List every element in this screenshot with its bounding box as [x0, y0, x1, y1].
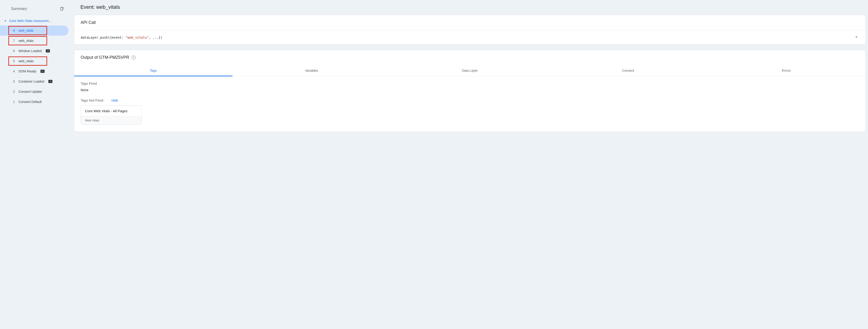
event-label: Consent Update: [19, 90, 42, 93]
event-label: Consent Default: [19, 100, 41, 104]
event-item[interactable]: 3Container Loaded‹›: [0, 76, 68, 86]
chevron-down-icon[interactable]: [854, 34, 859, 40]
tree-group-header[interactable]: ▼ Core Web Vitals measurem…: [0, 16, 69, 25]
tab-data-layer[interactable]: Data Layer: [391, 65, 549, 76]
tags-fired-value: None: [81, 88, 859, 92]
event-item[interactable]: 4DOM Ready‹›: [0, 66, 68, 76]
clear-all-icon[interactable]: [60, 6, 64, 11]
sidebar-title: Summary: [11, 7, 27, 11]
api-call-card: API Call dataLayer.push({event: "web_vit…: [74, 15, 866, 45]
event-number: 5: [11, 59, 15, 63]
group-title: Core Web Vitals measurem…: [9, 19, 65, 23]
api-call-header: API Call: [74, 15, 865, 30]
event-number: 3: [11, 80, 15, 83]
event-number: 7: [11, 39, 15, 43]
event-label: web_vitals: [19, 39, 33, 43]
api-call-code: dataLayer.push({event: "web_vitals", ...…: [81, 36, 162, 39]
event-item[interactable]: 1Consent Default: [0, 97, 68, 107]
output-tabs: TagsVariablesData LayerConsentErrors: [74, 65, 865, 76]
event-list: 8web_vitals7web_vitals6Window Loaded‹›5w…: [0, 25, 69, 107]
event-item[interactable]: 6Window Loaded‹›: [0, 46, 68, 56]
event-label: web_vitals: [19, 29, 33, 32]
tag-card[interactable]: Core Web Vitals - All Pages Web Vitals: [81, 106, 142, 125]
tab-errors[interactable]: Errors: [707, 65, 865, 76]
event-item[interactable]: 8web_vitals: [0, 25, 68, 36]
event-number: 4: [11, 70, 15, 73]
tags-not-fired-label: Tags Not Fired: [81, 98, 103, 102]
event-label: Container Loaded: [19, 80, 44, 83]
hide-link[interactable]: Hide: [112, 99, 118, 102]
tab-consent[interactable]: Consent: [549, 65, 707, 76]
svg-rect-1: [63, 8, 64, 9]
output-body: Tags Fired None Tags Not Fired Hide Core…: [74, 76, 865, 132]
tag-card-title: Core Web Vitals - All Pages: [81, 106, 142, 116]
event-number: 2: [11, 90, 15, 93]
sidebar-header: Summary: [0, 6, 69, 16]
output-card: Output of GTM-PMZ5VPR ? TagsVariablesDat…: [74, 50, 866, 132]
event-number: 1: [11, 100, 15, 104]
event-label: Window Loaded: [19, 49, 41, 53]
code-badge-icon: ‹›: [46, 49, 50, 53]
tags-fired-label: Tags Fired: [81, 81, 859, 85]
event-number: 6: [11, 49, 15, 53]
svg-rect-2: [63, 9, 64, 9]
event-label: web_vitals: [19, 59, 33, 63]
tab-variables[interactable]: Variables: [232, 65, 391, 76]
code-badge-icon: ‹›: [40, 70, 44, 73]
help-icon[interactable]: ?: [131, 56, 136, 60]
event-number: 8: [11, 29, 15, 32]
svg-rect-0: [63, 8, 64, 8]
sidebar: Summary ▼ Core Web Vitals measurem… 8web…: [0, 0, 69, 329]
output-header-text: Output of GTM-PMZ5VPR: [81, 55, 129, 60]
tags-not-fired-row: Tags Not Fired Hide: [81, 98, 859, 102]
event-item[interactable]: 5web_vitals: [0, 56, 68, 66]
event-label: DOM Ready: [19, 70, 36, 73]
page-title: Event: web_vitals: [81, 4, 866, 10]
tag-card-subtitle: Web Vitals: [81, 116, 142, 125]
api-call-body[interactable]: dataLayer.push({event: "web_vitals", ...…: [74, 30, 865, 45]
code-badge-icon: ‹›: [48, 80, 53, 83]
output-header: Output of GTM-PMZ5VPR ?: [74, 50, 865, 65]
event-item[interactable]: 2Consent Update: [0, 86, 68, 97]
event-item[interactable]: 7web_vitals: [0, 36, 68, 46]
main: Event: web_vitals API Call dataLayer.pus…: [69, 0, 868, 329]
tab-tags[interactable]: Tags: [74, 65, 232, 76]
caret-down-icon: ▼: [4, 20, 6, 22]
